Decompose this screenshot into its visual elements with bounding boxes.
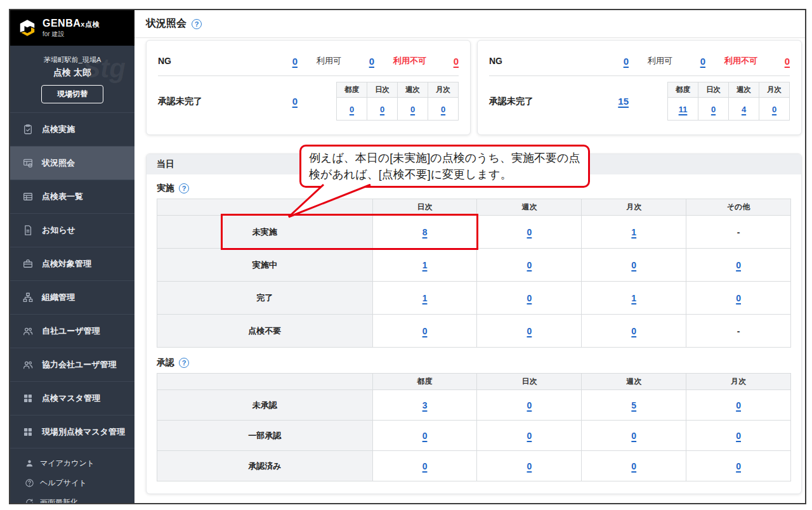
count-link[interactable]: 0 [422, 461, 428, 471]
unavailable-count-link[interactable]: 0 [454, 56, 459, 67]
table-row: 未実施 8 0 1 - [157, 216, 791, 249]
ng-count-link[interactable]: 0 [265, 56, 298, 67]
help-icon[interactable]: ? [179, 358, 189, 368]
ng-label: NG [158, 56, 265, 66]
col-header: 日次 [477, 374, 582, 390]
sidebar-item-help-site[interactable]: ヘルプサイト [10, 473, 134, 493]
table-cell: 0 [686, 249, 791, 282]
count-link[interactable]: 1 [422, 293, 428, 303]
today-card: 当日 実施 ? 日次 週次 月次 その他 [146, 154, 802, 494]
ng-count-link[interactable]: 0 [596, 56, 629, 67]
table-cell: 0 [582, 315, 686, 348]
count-link[interactable]: 0 [736, 431, 741, 441]
approval-pending-count-link[interactable]: 0 [265, 96, 298, 107]
sidebar-item-site-inspection-master-mgmt[interactable]: 現場別点検マスタ管理 [10, 415, 134, 448]
count-link[interactable]: 0 [350, 105, 354, 114]
status-table-icon [22, 157, 34, 169]
row-label: 完了 [157, 282, 373, 315]
mini-cell: 0 [398, 98, 428, 121]
mini-col-header: 週次 [398, 82, 428, 98]
sidebar-item-inspection-target-mgmt[interactable]: 点検対象管理 [10, 247, 134, 280]
available-label: 利用可 [648, 55, 672, 67]
count-link[interactable]: 0 [410, 105, 415, 114]
count-link[interactable]: 8 [422, 227, 428, 237]
available-count-link[interactable]: 0 [341, 56, 374, 67]
count-link[interactable]: 0 [527, 326, 532, 336]
sidebar-menu: 点検実施 状況照会 点検表一覧 お知らせ [10, 112, 134, 448]
count-link[interactable]: 4 [742, 105, 746, 114]
approval-pending-count-link[interactable]: 15 [596, 96, 629, 107]
count-link[interactable]: 0 [631, 431, 636, 441]
count-link[interactable]: 0 [631, 260, 636, 270]
row-label: 一部承認 [157, 421, 373, 451]
table-cell: 0 [686, 421, 791, 451]
sidebar-item-notices[interactable]: お知らせ [10, 213, 134, 247]
utility-item-label: ヘルプサイト [40, 478, 87, 488]
count-link[interactable]: 3 [422, 400, 428, 410]
count-link[interactable]: 0 [736, 461, 741, 471]
available-count-link[interactable]: 0 [672, 56, 705, 67]
count-link[interactable]: 0 [527, 431, 532, 441]
sidebar-item-inspection-master-mgmt[interactable]: 点検マスタ管理 [10, 381, 134, 415]
page-title: 状況照会 [146, 17, 187, 30]
col-header: 日次 [372, 199, 477, 216]
count-link[interactable]: 0 [527, 227, 532, 237]
sidebar-item-label: 点検表一覧 [42, 191, 83, 202]
count-link[interactable]: 0 [527, 293, 532, 303]
count-link[interactable]: 1 [422, 260, 428, 270]
unavailable-count-link[interactable]: 0 [785, 56, 790, 67]
table-cell: 0 [582, 421, 686, 451]
sidebar-item-label: 協力会社ユーザ管理 [42, 359, 117, 370]
count-link[interactable]: 0 [772, 105, 776, 114]
sidebar-item-company-user-mgmt[interactable]: 自社ユーザ管理 [10, 314, 134, 348]
toolbox-icon [22, 258, 34, 270]
row-label: 未承認 [157, 390, 373, 421]
count-link[interactable]: 0 [711, 105, 716, 114]
table-cell: 0 [582, 249, 686, 282]
org-chart-icon [22, 292, 34, 303]
grid-icon [22, 426, 34, 438]
sidebar-item-refresh[interactable]: 画面最新化 [10, 493, 134, 503]
help-circle-icon [24, 478, 34, 488]
approval-section-label: 承認 ? [157, 355, 791, 370]
sidebar-item-checklist-list[interactable]: 点検表一覧 [10, 180, 134, 213]
approval-pending-label: 承認未完了 [489, 96, 596, 107]
count-link[interactable]: 1 [631, 293, 636, 303]
grid-icon [22, 393, 34, 404]
count-link[interactable]: 0 [422, 431, 428, 441]
count-link[interactable]: 0 [736, 260, 741, 270]
count-link[interactable]: 0 [422, 326, 428, 336]
count-link[interactable]: 0 [631, 326, 636, 336]
table-row: 未承認 3 0 5 0 [157, 390, 791, 421]
main-content: NG 0 利用可 0 利用不可 0 承認未完了 0 都度 日次 週次 [134, 38, 805, 503]
sidebar-item-label: 点検実施 [42, 124, 75, 135]
table-row: 完了 1 0 1 0 [157, 282, 791, 315]
approval-pending-label: 承認未完了 [158, 96, 265, 107]
sidebar-item-my-account[interactable]: マイアカウント [10, 454, 134, 473]
sidebar-item-inspection-execute[interactable]: 点検実施 [10, 112, 134, 146]
row-label: 承認済み [157, 451, 373, 481]
sidebar-item-organization-mgmt[interactable]: 組織管理 [10, 280, 134, 314]
switch-site-button[interactable]: 現場切替 [41, 85, 103, 103]
count-link[interactable]: 1 [631, 227, 636, 237]
count-link[interactable]: 0 [736, 293, 741, 303]
mini-col-header: 都度 [337, 82, 367, 98]
count-link[interactable]: 11 [679, 105, 688, 114]
table-row: 一部承認 0 0 0 0 [157, 421, 791, 451]
sidebar-item-partner-user-mgmt[interactable]: 協力会社ユーザ管理 [10, 348, 134, 381]
approval-table: 都度 日次 週次 月次 未承認 3 0 5 0 [157, 373, 791, 481]
col-header: その他 [686, 199, 791, 216]
count-link[interactable]: 0 [527, 400, 532, 410]
count-link[interactable]: 0 [631, 461, 636, 471]
count-link[interactable]: 0 [527, 260, 532, 270]
mini-col-header: 週次 [729, 82, 759, 98]
count-link[interactable]: 5 [631, 400, 636, 410]
refresh-icon [24, 498, 34, 503]
count-link[interactable]: 0 [441, 105, 445, 114]
count-link[interactable]: 0 [380, 105, 384, 114]
count-link[interactable]: 0 [527, 461, 532, 471]
help-icon[interactable]: ? [192, 19, 202, 29]
count-link[interactable]: 0 [736, 400, 741, 410]
sidebar-item-status-inquiry[interactable]: 状況照会 [10, 146, 134, 180]
help-icon[interactable]: ? [179, 183, 189, 193]
